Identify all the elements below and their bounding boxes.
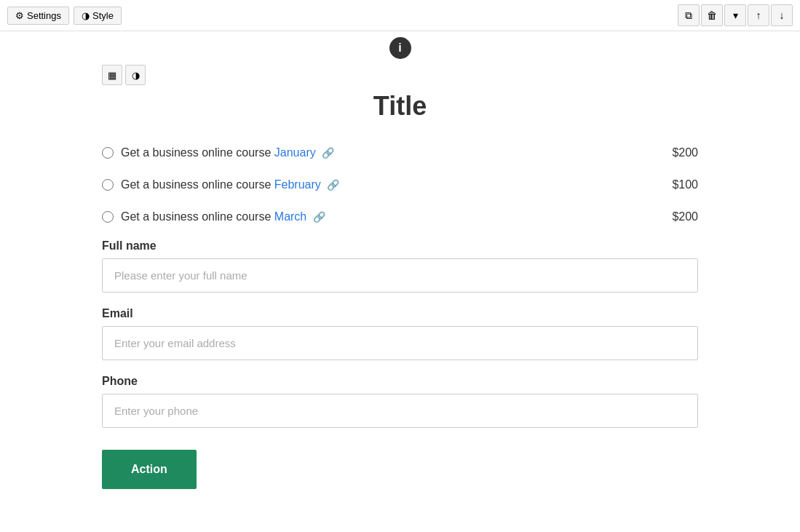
- radio-label-february: Get a business online course February 🔗: [121, 178, 339, 191]
- email-input[interactable]: [102, 326, 698, 360]
- price-january: $200: [672, 146, 698, 159]
- fullname-label: Full name: [102, 239, 698, 253]
- style-label: Style: [92, 10, 114, 21]
- radio-option-february: Get a business online course February 🔗 …: [102, 175, 698, 194]
- radio-month-3: March: [274, 210, 306, 223]
- phone-section: Phone: [102, 375, 698, 428]
- chevron-down-icon: ▾: [733, 9, 738, 21]
- action-button[interactable]: Action: [102, 450, 197, 489]
- trash-icon: 🗑: [707, 9, 717, 21]
- settings-button[interactable]: ⚙ Settings: [7, 7, 69, 25]
- link-icon-3: 🔗: [313, 211, 325, 223]
- radio-left-january: Get a business online course January 🔗: [102, 146, 334, 159]
- email-label: Email: [102, 307, 698, 320]
- delete-button[interactable]: 🗑: [701, 4, 723, 26]
- toolbar-right: ⧉ 🗑 ▾ ↑ ↓: [678, 4, 793, 26]
- radio-option-january: Get a business online course January 🔗 $…: [102, 143, 698, 162]
- radio-input-february[interactable]: [102, 179, 114, 191]
- settings-label: Settings: [27, 10, 61, 21]
- radio-text-start-3: Get a business online course: [121, 210, 274, 223]
- radio-option-march: Get a business online course March 🔗 $20…: [102, 207, 698, 226]
- phone-input[interactable]: [102, 394, 698, 428]
- radio-month-2: February: [274, 178, 321, 191]
- radio-label-january: Get a business online course January 🔗: [121, 146, 334, 159]
- contrast-icon-toolbar: ◑: [82, 10, 90, 21]
- main-content: Title Get a business online course Janua…: [0, 91, 800, 518]
- radio-left-march: Get a business online course March 🔗: [102, 210, 325, 223]
- radio-left-february: Get a business online course February 🔗: [102, 178, 339, 191]
- page-title: Title: [102, 91, 698, 122]
- move-up-button[interactable]: ↑: [748, 4, 769, 26]
- arrow-down-icon: ↓: [780, 9, 785, 21]
- grid-icon: ▦: [108, 70, 116, 81]
- price-february: $100: [672, 178, 698, 191]
- toolbar-left: ⚙ Settings ◑ Style: [7, 7, 122, 25]
- radio-text-start-1: Get a business online course: [121, 146, 274, 159]
- contrast-button[interactable]: ◑: [125, 65, 146, 85]
- radio-text-start-2: Get a business online course: [121, 178, 274, 191]
- dropdown-button[interactable]: ▾: [724, 4, 746, 26]
- style-button[interactable]: ◑ Style: [74, 7, 122, 25]
- grid-view-button[interactable]: ▦: [102, 65, 122, 85]
- link-icon-2: 🔗: [327, 179, 339, 191]
- radio-input-january[interactable]: [102, 147, 114, 159]
- info-icon-area: i: [0, 31, 800, 59]
- top-toolbar: ⚙ Settings ◑ Style ⧉ 🗑 ▾ ↑ ↓: [0, 0, 800, 31]
- price-march: $200: [672, 210, 698, 223]
- radio-month-1: January: [274, 146, 316, 159]
- radio-input-march[interactable]: [102, 211, 114, 223]
- fullname-section: Full name: [102, 239, 698, 293]
- info-icon: i: [389, 37, 411, 59]
- email-section: Email: [102, 307, 698, 360]
- move-down-button[interactable]: ↓: [771, 4, 793, 26]
- arrow-up-icon: ↑: [756, 9, 761, 21]
- radio-label-march: Get a business online course March 🔗: [121, 210, 325, 223]
- copy-icon: ⧉: [685, 9, 692, 22]
- phone-label: Phone: [102, 375, 698, 388]
- copy-button[interactable]: ⧉: [678, 4, 700, 26]
- link-icon-1: 🔗: [322, 147, 334, 159]
- radio-options-list: Get a business online course January 🔗 $…: [102, 143, 698, 226]
- gear-icon: ⚙: [15, 10, 24, 21]
- contrast-icon: ◑: [132, 70, 140, 81]
- inner-toolbar: ▦ ◑: [0, 59, 800, 91]
- fullname-input[interactable]: [102, 258, 698, 293]
